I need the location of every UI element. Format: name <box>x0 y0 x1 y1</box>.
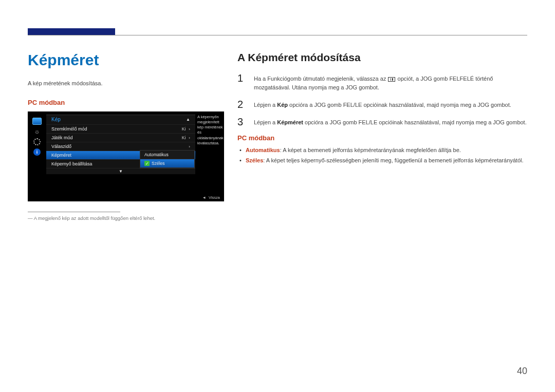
osd-screenshot: ☼ i Kép ▲ Szemkímélő mód Ki › Játék mód … <box>28 111 224 201</box>
option-name: Széles <box>246 157 263 163</box>
step-text: opcióra a JOG gomb FEL/LE opcióinak hasz… <box>288 102 511 108</box>
step-text: Lépjen a <box>254 102 277 108</box>
step-3: Lépjen a Képméret opcióra a JOG gomb FEL… <box>237 117 527 127</box>
osd-row-label: Válaszidő <box>51 144 189 149</box>
step-keyword: Kép <box>277 102 288 108</box>
steps-list: Ha a Funkciógomb útmutató megjelenik, vá… <box>237 73 527 127</box>
osd-back-label: Vissza <box>209 195 220 200</box>
footnote: ― A megjelenő kép az adott modelltől füg… <box>28 215 223 221</box>
osd-row-game-mode: Játék mód Ki › <box>46 133 195 142</box>
picture-icon <box>32 118 42 125</box>
arrow-down-icon: ▼ <box>46 168 195 174</box>
step-text: Lépjen a <box>254 119 277 125</box>
step-2: Lépjen a Kép opcióra a JOG gomb FEL/LE o… <box>237 99 527 109</box>
header-accent-bar <box>28 28 115 35</box>
page-number: 40 <box>517 366 527 377</box>
option-list: Automatikus: A képet a bemeneti jelforrá… <box>237 147 527 163</box>
step-keyword: Képméret <box>277 119 303 125</box>
arrow-left-icon: ◄ <box>202 195 206 200</box>
osd-menu-title: Kép <box>51 117 61 122</box>
option-description: : A képet teljes képernyő-szélességben j… <box>263 157 523 163</box>
osd-row-label: Játék mód <box>51 135 182 140</box>
check-icon: ✓ <box>144 161 150 166</box>
osd-description: A képernyőn megjelenített kép méretének … <box>197 115 223 146</box>
option-automatic: Automatikus: A képet a bemeneti jelforrá… <box>237 147 527 153</box>
page-title: Képméret <box>28 51 223 69</box>
osd-sidebar: ☼ i <box>31 118 43 156</box>
osd-submenu-automatic: Automatikus <box>140 151 194 159</box>
right-column: A Képméret módosítása Ha a Funkciógomb ú… <box>237 51 527 221</box>
submenu-label: Széles <box>152 161 165 166</box>
option-wide: Széles: A képet teljes képernyő-szélessé… <box>237 157 527 163</box>
osd-submenu-wide: ✓ Széles <box>140 159 194 168</box>
osd-footer: ◄ Vissza <box>202 195 220 200</box>
osd-row-value: Ki <box>182 135 186 140</box>
section-title-modify-picture-size: A Képméret módosítása <box>237 51 527 64</box>
osd-submenu: Automatikus ✓ Széles <box>140 150 195 169</box>
arrow-up-icon: ▲ <box>186 117 190 122</box>
chevron-right-icon: › <box>189 144 190 149</box>
osd-row-response-time: Válaszidő › <box>46 142 195 151</box>
menu-icon <box>388 77 395 82</box>
footnote-rule <box>28 212 120 212</box>
osd-row-value: Ki <box>182 126 186 132</box>
left-subheading-pc-mode: PC módban <box>28 99 223 106</box>
info-icon: i <box>32 148 42 156</box>
step-text: Ha a Funkciógomb útmutató megjelenik, vá… <box>254 76 387 82</box>
right-subheading-pc-mode: PC módban <box>237 134 527 142</box>
step-text: opcióra a JOG gomb FEL/LE opcióinak hasz… <box>303 119 527 125</box>
brightness-icon: ☼ <box>32 128 42 135</box>
osd-row-eye-saver: Szemkímélő mód Ki › <box>46 124 195 133</box>
intro-text: A kép méretének módosítása. <box>28 80 223 86</box>
osd-menu-title-row: Kép ▲ <box>46 115 195 124</box>
option-description: : A képet a bemeneti jelforrás képméreta… <box>280 147 461 153</box>
header-rule <box>28 35 527 35</box>
chevron-right-icon: › <box>189 127 190 132</box>
option-name: Automatikus <box>246 147 280 153</box>
chevron-right-icon: › <box>189 136 190 140</box>
submenu-label: Automatikus <box>144 152 169 157</box>
step-1: Ha a Funkciógomb útmutató megjelenik, vá… <box>237 73 527 92</box>
left-column: Képméret A kép méretének módosítása. PC … <box>28 51 223 221</box>
osd-row-label: Szemkímélő mód <box>51 126 182 132</box>
settings-icon <box>32 138 42 145</box>
